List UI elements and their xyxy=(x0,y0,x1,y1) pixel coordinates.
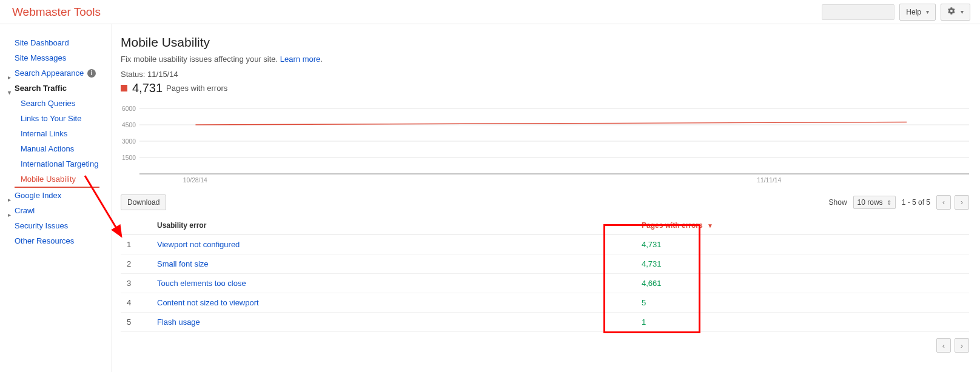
table-row[interactable]: 4Content not sized to viewport5 xyxy=(121,293,969,313)
usability-errors-table: Usability error Pages with errors ▼ 1Vie… xyxy=(121,216,969,332)
page-range: 1 - 5 of 5 xyxy=(902,198,930,207)
next-page-button[interactable]: › xyxy=(955,338,969,353)
info-icon: i xyxy=(87,69,96,78)
chevron-left-icon: ‹ xyxy=(942,198,945,207)
caret-down-icon: ▾ xyxy=(961,8,964,15)
gear-icon xyxy=(947,7,956,17)
row-pages: 4,731 xyxy=(636,235,739,254)
row-index: 3 xyxy=(121,274,151,293)
sidebar-sub-internal-links[interactable]: Internal Links xyxy=(0,126,112,141)
table-row[interactable]: 1Viewport not configured4,731 xyxy=(121,235,969,254)
metric-caption: Pages with errors xyxy=(166,84,227,93)
xtick: 10/28/14 xyxy=(183,177,207,184)
row-index: 4 xyxy=(121,293,151,313)
table-row[interactable]: 3Touch elements too close4,661 xyxy=(121,274,969,293)
sidebar-item-search-traffic[interactable]: Search Traffic xyxy=(0,81,112,96)
legend-square-icon xyxy=(121,85,127,91)
brand-title[interactable]: Webmaster Tools xyxy=(5,5,101,19)
row-error[interactable]: Flash usage xyxy=(151,313,636,332)
sort-desc-icon: ▼ xyxy=(707,222,713,229)
status-line: Status: 11/15/14 xyxy=(121,70,969,79)
metric-value: 4,731 xyxy=(132,81,163,95)
row-pages: 4,661 xyxy=(636,274,739,293)
chevron-right-icon: › xyxy=(961,198,963,207)
download-button[interactable]: Download xyxy=(121,194,166,210)
row-index: 1 xyxy=(121,235,151,254)
sidebar: Site Dashboard Site Messages Search Appe… xyxy=(0,24,112,372)
sidebar-sub-mobile-usability[interactable]: Mobile Usability xyxy=(15,171,99,188)
page-subtitle: Fix mobile usability issues affecting yo… xyxy=(121,55,969,64)
xtick: 11/11/14 xyxy=(757,177,781,184)
sidebar-item-site-dashboard[interactable]: Site Dashboard xyxy=(0,35,112,50)
col-index[interactable] xyxy=(121,216,151,235)
row-error[interactable]: Content not sized to viewport xyxy=(151,293,636,313)
chart-series-line xyxy=(195,122,907,125)
sidebar-item-other-resources[interactable]: Other Resources xyxy=(0,233,112,248)
sidebar-item-site-messages[interactable]: Site Messages xyxy=(0,50,112,65)
row-error[interactable]: Touch elements too close xyxy=(151,274,636,293)
col-usability-error[interactable]: Usability error xyxy=(151,216,636,235)
show-label: Show xyxy=(829,198,847,207)
ytick: 1500 xyxy=(122,154,136,161)
row-pages: 1 xyxy=(636,313,739,332)
row-pages: 4,731 xyxy=(636,254,739,274)
error-metric: 4,731 Pages with errors xyxy=(121,81,969,95)
status-date: 11/15/14 xyxy=(147,70,178,79)
row-error[interactable]: Viewport not configured xyxy=(151,235,636,254)
chevron-right-icon: › xyxy=(961,341,963,350)
next-page-button[interactable]: › xyxy=(955,195,969,210)
row-pages: 5 xyxy=(636,293,739,313)
help-button[interactable]: Help ▾ xyxy=(899,4,936,21)
table-toolbar: Download Show 10 rows ⇕ 1 - 5 of 5 ‹ › xyxy=(121,194,969,210)
sidebar-item-crawl[interactable]: Crawl xyxy=(0,203,112,218)
ytick: 4500 xyxy=(122,122,136,128)
rows-per-page-select[interactable]: 10 rows ⇕ xyxy=(853,196,896,209)
sidebar-sub-links-to-your-site[interactable]: Links to Your Site xyxy=(0,111,112,126)
updown-icon: ⇕ xyxy=(887,199,891,206)
table-row[interactable]: 2Small font size4,731 xyxy=(121,254,969,274)
page-title: Mobile Usability xyxy=(121,35,969,50)
sidebar-item-security-issues[interactable]: Security Issues xyxy=(0,218,112,233)
ytick: 6000 xyxy=(122,105,136,112)
row-index: 5 xyxy=(121,313,151,332)
ytick: 3000 xyxy=(122,138,136,145)
top-bar: Webmaster Tools Help ▾ ▾ xyxy=(0,0,980,24)
chevron-left-icon: ‹ xyxy=(942,341,945,350)
row-index: 2 xyxy=(121,254,151,274)
prev-page-button[interactable]: ‹ xyxy=(936,338,951,353)
sidebar-sub-search-queries[interactable]: Search Queries xyxy=(0,96,112,111)
prev-page-button[interactable]: ‹ xyxy=(936,195,951,210)
row-error[interactable]: Small font size xyxy=(151,254,636,274)
account-chip[interactable] xyxy=(822,4,894,20)
sidebar-item-search-appearance[interactable]: Search Appearancei xyxy=(0,65,112,81)
table-row[interactable]: 5Flash usage1 xyxy=(121,313,969,332)
main-content: Mobile Usability Fix mobile usability is… xyxy=(112,24,980,372)
sidebar-item-google-index[interactable]: Google Index xyxy=(0,188,112,203)
errors-chart[interactable]: 6000 4500 3000 1500 10/28/14 11/11/14 xyxy=(121,102,969,187)
sidebar-sub-manual-actions[interactable]: Manual Actions xyxy=(0,141,112,156)
learn-more-link[interactable]: Learn more xyxy=(280,55,320,64)
help-label: Help xyxy=(906,8,921,16)
caret-down-icon: ▾ xyxy=(926,8,929,15)
sidebar-sub-international-targeting[interactable]: International Targeting xyxy=(0,156,112,171)
settings-button[interactable]: ▾ xyxy=(941,4,970,21)
col-pages-with-errors[interactable]: Pages with errors ▼ xyxy=(636,216,739,235)
bottom-pager: ‹ › xyxy=(121,338,969,353)
